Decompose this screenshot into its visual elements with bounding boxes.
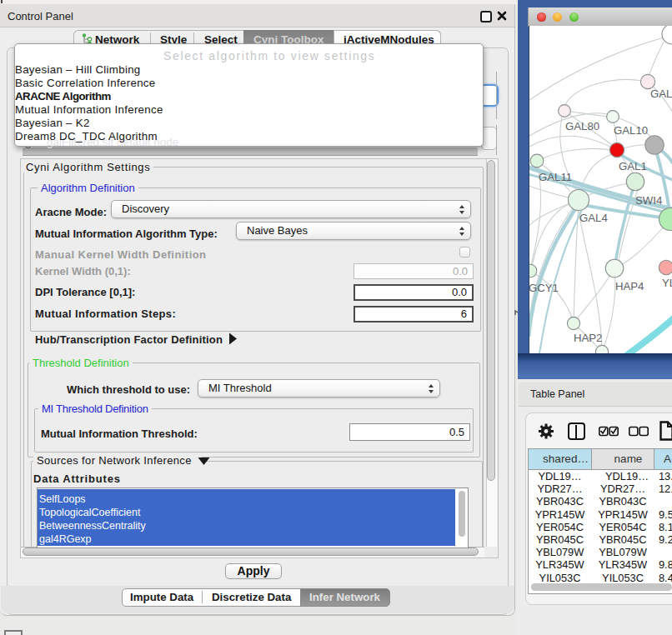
svg-text:HAP4: HAP4 xyxy=(615,280,644,292)
svg-text:YL: YL xyxy=(662,277,672,289)
svg-text:GAL80: GAL80 xyxy=(565,120,599,132)
svg-text:GAL11: GAL11 xyxy=(539,171,572,183)
svg-text:GAL1: GAL1 xyxy=(619,160,647,172)
svg-text:GAL10: GAL10 xyxy=(614,124,648,137)
svg-text:HAP2: HAP2 xyxy=(574,332,602,344)
svg-text:GAL7: GAL7 xyxy=(650,88,672,100)
svg-text:SWI4: SWI4 xyxy=(635,194,662,207)
svg-text:GCY1: GCY1 xyxy=(529,282,559,294)
svg-text:GAL4: GAL4 xyxy=(579,212,608,224)
